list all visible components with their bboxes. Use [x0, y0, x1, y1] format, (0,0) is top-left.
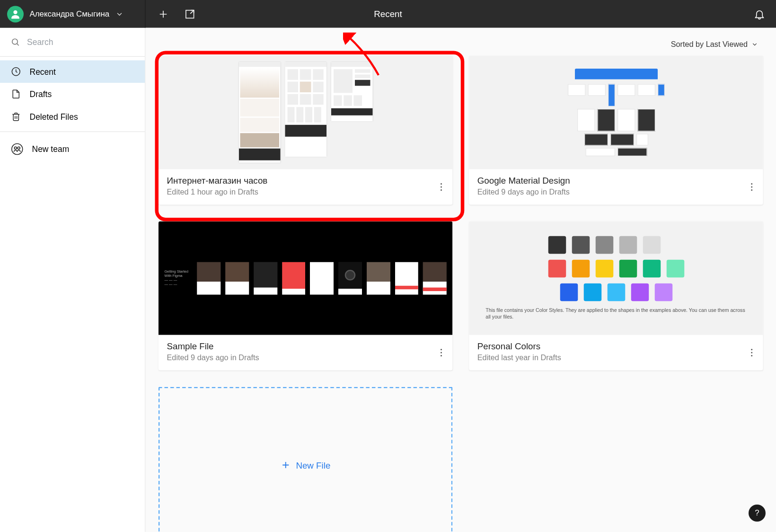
color-swatch [654, 284, 672, 301]
page-title: Recent [374, 9, 402, 19]
color-swatch [595, 260, 613, 278]
username: Александра Смыгина [30, 9, 110, 18]
svg-point-0 [13, 10, 17, 14]
file-title: Personal Colors [477, 341, 755, 351]
import-icon[interactable] [184, 8, 196, 20]
svg-point-6 [18, 147, 20, 149]
more-menu-icon[interactable] [747, 182, 758, 193]
svg-point-4 [12, 144, 23, 155]
file-title: Sample File [167, 341, 444, 351]
nav-drafts[interactable]: Drafts [0, 83, 145, 106]
svg-point-13 [441, 349, 442, 350]
topbar: Александра Смыгина Recent [0, 0, 776, 28]
color-swatch [548, 236, 566, 254]
sort-label: Sorted by Last Viewed [671, 40, 748, 49]
file-meta: Edited 9 days ago in Drafts [167, 353, 444, 362]
chevron-down-icon [751, 41, 758, 48]
svg-point-11 [751, 186, 752, 188]
file-icon [11, 89, 22, 100]
nav-deleted[interactable]: Deleted Files [0, 106, 145, 128]
nav-recent[interactable]: Recent [0, 61, 145, 83]
file-thumbnail [159, 56, 452, 169]
file-title: Интернет-магазин часов [167, 175, 444, 185]
new-team-label: New team [32, 144, 70, 154]
avatar [7, 6, 24, 22]
color-swatch [643, 260, 661, 278]
svg-point-17 [751, 352, 752, 354]
svg-point-12 [751, 189, 752, 191]
svg-point-18 [751, 355, 752, 356]
search-row[interactable] [0, 28, 145, 57]
svg-point-8 [441, 186, 442, 188]
file-thumbnail: Getting Started With Figma— — —— — — [159, 222, 452, 335]
nav-label: Recent [30, 67, 56, 76]
search-icon [11, 37, 20, 48]
color-swatch [548, 260, 566, 278]
color-swatch [583, 284, 601, 301]
file-card-material-design[interactable]: Google Material Design Edited 9 days ago… [469, 56, 763, 205]
nav-label: Deleted Files [30, 112, 78, 121]
svg-point-7 [441, 183, 442, 185]
sort-dropdown[interactable]: Sorted by Last Viewed [159, 37, 763, 56]
sidebar: Recent Drafts Deleted Files New team [0, 28, 146, 532]
more-menu-icon[interactable] [747, 347, 758, 358]
svg-point-14 [441, 352, 442, 354]
plus-icon [281, 460, 291, 470]
file-meta: Edited 9 days ago in Drafts [477, 187, 755, 196]
color-swatch [560, 284, 578, 301]
svg-point-2 [12, 39, 18, 44]
color-swatch [619, 260, 637, 278]
svg-point-16 [751, 349, 752, 350]
color-swatch [572, 236, 590, 254]
nav-list: Recent Drafts Deleted Files [0, 57, 145, 132]
new-team-button[interactable]: New team [0, 132, 145, 167]
file-card-sample-file[interactable]: Getting Started With Figma— — —— — — Sam… [159, 222, 452, 371]
file-title: Google Material Design [477, 175, 755, 185]
color-swatch [619, 236, 637, 254]
file-card-watch-store[interactable]: Интернет-магазин часов Edited 1 hour ago… [159, 56, 452, 205]
trash-icon [11, 111, 22, 122]
more-menu-icon[interactable] [436, 182, 447, 193]
svg-point-5 [14, 147, 17, 149]
new-file-icon[interactable] [158, 8, 169, 20]
search-input[interactable] [27, 37, 134, 47]
help-label: ? [755, 508, 759, 518]
help-button[interactable]: ? [749, 505, 766, 522]
svg-point-10 [751, 183, 752, 185]
color-swatch [631, 284, 649, 301]
new-file-label: New File [296, 460, 330, 470]
file-card-personal-colors[interactable]: This file contains your Color Styles. Th… [469, 222, 763, 371]
nav-label: Drafts [30, 89, 52, 99]
color-swatch [666, 260, 684, 278]
new-file-tile[interactable]: New File [159, 387, 452, 532]
clock-icon [11, 66, 22, 77]
file-meta: Edited 1 hour ago in Drafts [167, 187, 444, 196]
color-swatch [643, 236, 661, 254]
color-swatch [666, 236, 684, 254]
file-thumbnail: This file contains your Color Styles. Th… [469, 222, 763, 335]
chevron-down-icon [115, 10, 124, 18]
notifications-icon[interactable] [754, 8, 766, 20]
svg-point-15 [441, 355, 442, 356]
user-menu[interactable]: Александра Смыгина [0, 0, 146, 28]
color-swatch [572, 260, 590, 278]
color-swatch [607, 284, 625, 301]
color-note: This file contains your Color Styles. Th… [485, 307, 746, 320]
file-meta: Edited last year in Drafts [477, 353, 755, 362]
main-content: Sorted by Last Viewed Интернет-магазин ч… [146, 28, 776, 532]
color-swatch [595, 236, 613, 254]
team-icon [11, 142, 24, 156]
more-menu-icon[interactable] [436, 347, 447, 358]
file-thumbnail [469, 56, 763, 169]
svg-point-9 [441, 189, 442, 191]
